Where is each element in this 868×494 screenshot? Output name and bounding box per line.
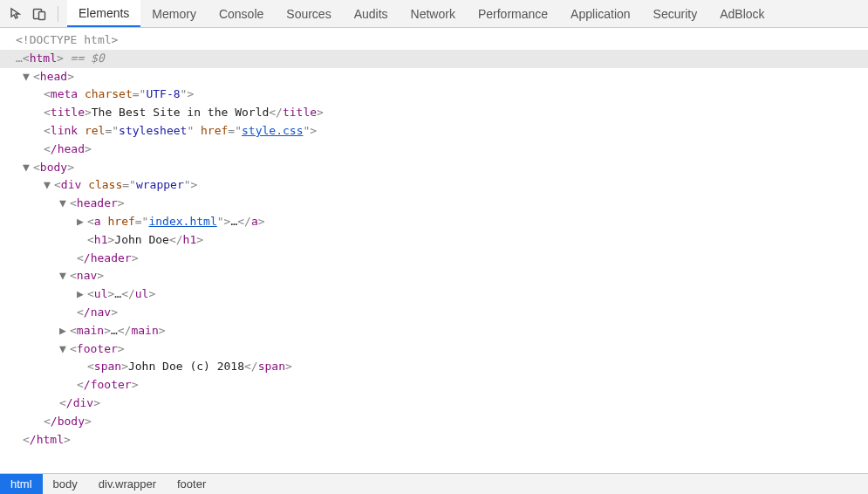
- dom-link[interactable]: <link rel="stylesheet" href="style.css">: [0, 122, 868, 141]
- dom-html-close[interactable]: </html>: [0, 431, 868, 449]
- breadcrumb-body[interactable]: body: [43, 474, 88, 494]
- dom-title[interactable]: <title>The Best Site in the World</title…: [0, 104, 868, 122]
- tab-console[interactable]: Console: [208, 0, 275, 27]
- breadcrumb-footer[interactable]: footer: [167, 474, 216, 494]
- dom-nav-close[interactable]: </nav>: [0, 304, 868, 322]
- device-toggle-icon[interactable]: [30, 4, 49, 24]
- dom-doctype[interactable]: <!DOCTYPE html>: [0, 31, 868, 50]
- collapse-arrow-icon[interactable]: ▶: [77, 285, 87, 304]
- dom-a[interactable]: ▶<a href="index.html">…</a>: [0, 213, 868, 231]
- dom-html-open[interactable]: …<html> == $0: [0, 50, 868, 68]
- svg-rect-1: [39, 11, 45, 19]
- tab-application[interactable]: Application: [559, 0, 642, 27]
- expand-arrow-icon[interactable]: ▼: [59, 195, 70, 213]
- panel-tabs: Elements Memory Console Sources Audits N…: [67, 0, 776, 27]
- dom-ul[interactable]: ▶<ul>…</ul>: [0, 285, 868, 304]
- dom-meta[interactable]: <meta charset="UTF-8">: [0, 86, 868, 104]
- dom-main[interactable]: ▶<main>…</main>: [0, 322, 868, 340]
- dom-h1[interactable]: <h1>John Doe</h1>: [0, 231, 868, 250]
- expand-arrow-icon[interactable]: ▼: [44, 176, 54, 195]
- tab-network[interactable]: Network: [400, 0, 467, 27]
- selection-marker: == $0: [64, 51, 105, 65]
- tab-performance[interactable]: Performance: [467, 0, 559, 27]
- dom-head-close[interactable]: </head>: [0, 141, 868, 159]
- dom-header-close[interactable]: </header>: [0, 250, 868, 268]
- dom-body-close[interactable]: </body>: [0, 413, 868, 431]
- toolbar-separator: [58, 6, 58, 22]
- anchor-href-link[interactable]: index.html: [148, 215, 216, 228]
- tab-elements[interactable]: Elements: [67, 0, 140, 27]
- expand-arrow-icon[interactable]: ▼: [59, 340, 70, 359]
- tab-audits[interactable]: Audits: [343, 0, 400, 27]
- stylesheet-link[interactable]: style.css: [242, 124, 303, 137]
- tab-memory[interactable]: Memory: [140, 0, 208, 27]
- breadcrumb-div-wrapper[interactable]: div.wrapper: [88, 474, 167, 494]
- tab-security[interactable]: Security: [642, 0, 709, 27]
- dom-body-open[interactable]: ▼<body>: [0, 159, 868, 177]
- breadcrumb-html[interactable]: html: [0, 474, 43, 494]
- inspect-icon[interactable]: [7, 4, 26, 24]
- dom-footer-close[interactable]: </footer>: [0, 376, 868, 395]
- breadcrumb-bar: html body div.wrapper footer: [0, 473, 868, 494]
- dom-head-open[interactable]: ▼<head>: [0, 68, 868, 86]
- tab-adblock[interactable]: AdBlock: [708, 0, 776, 27]
- dom-div-wrapper[interactable]: ▼<div class="wrapper">: [0, 176, 868, 195]
- dom-header-open[interactable]: ▼<header>: [0, 195, 868, 213]
- expand-arrow-icon[interactable]: ▼: [23, 68, 33, 86]
- devtools-toolbar: Elements Memory Console Sources Audits N…: [0, 0, 868, 28]
- expand-arrow-icon[interactable]: ▼: [59, 267, 70, 285]
- collapse-arrow-icon[interactable]: ▶: [77, 213, 87, 231]
- dom-div-close[interactable]: </div>: [0, 395, 868, 413]
- tab-sources[interactable]: Sources: [275, 0, 342, 27]
- dom-tree[interactable]: <!DOCTYPE html> …<html> == $0 ▼<head> <m…: [0, 28, 868, 473]
- dom-nav-open[interactable]: ▼<nav>: [0, 267, 868, 285]
- dom-span[interactable]: <span>John Doe (c) 2018</span>: [0, 358, 868, 376]
- collapse-arrow-icon[interactable]: ▶: [59, 322, 70, 340]
- expand-arrow-icon[interactable]: ▼: [23, 159, 33, 177]
- dom-footer-open[interactable]: ▼<footer>: [0, 340, 868, 359]
